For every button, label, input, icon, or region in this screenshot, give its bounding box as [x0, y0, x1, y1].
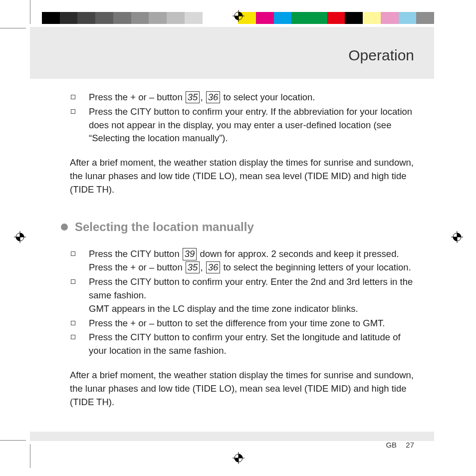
- list-item: Press the CITY button 39 down for approx…: [70, 247, 414, 274]
- registration-mark-icon: [14, 231, 26, 243]
- page-title: Operation: [348, 47, 414, 63]
- page: Operation Press the + or – button 35, 36…: [30, 27, 434, 441]
- ref-number: 36: [206, 91, 221, 103]
- ref-number: 36: [206, 261, 221, 273]
- registration-mark-icon: [233, 452, 244, 464]
- page-footer: GB 27: [30, 432, 434, 449]
- instruction-list: Press the + or – button 35, 36 to select…: [70, 91, 414, 145]
- page-header: Operation: [30, 27, 434, 79]
- footer-page-number: 27: [406, 441, 414, 449]
- list-item: Press the + or – button 35, 36 to select…: [70, 91, 414, 104]
- ref-number: 35: [186, 261, 200, 273]
- list-item: Press the CITY button to confirm your en…: [70, 105, 414, 145]
- paragraph: After a brief moment, the weather statio…: [70, 369, 414, 409]
- bullet-icon: [61, 224, 68, 231]
- registration-mark-icon: [451, 231, 463, 243]
- instruction-list: Press the CITY button 39 down for approx…: [70, 247, 414, 358]
- list-item: Press the CITY button to confirm your en…: [70, 331, 414, 358]
- ref-number: 39: [183, 248, 197, 260]
- paragraph: After a brief moment, the weather statio…: [70, 156, 414, 196]
- registration-mark-icon: [233, 10, 244, 22]
- section-heading: Selecting the location manually: [61, 219, 414, 236]
- footer-language: GB: [386, 441, 397, 449]
- section-title: Selecting the location manually: [75, 219, 254, 236]
- ref-number: 35: [186, 91, 200, 103]
- list-item: Press the + or – button to set the diffe…: [70, 317, 414, 330]
- page-body: Press the + or – button 35, 36 to select…: [30, 79, 434, 432]
- list-item: Press the CITY button to confirm your en…: [70, 275, 414, 315]
